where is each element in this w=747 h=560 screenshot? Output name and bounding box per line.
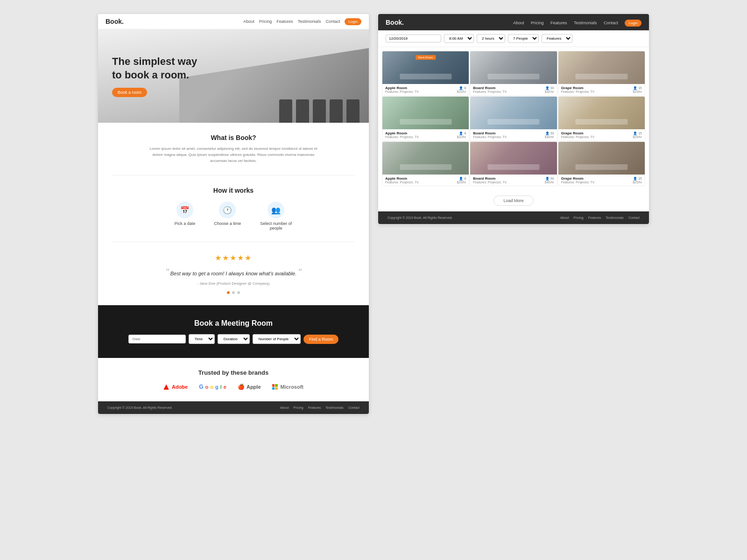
room-card-4[interactable]: Apple Room👤 8Features: Projector, TV$20/… [382,96,469,141]
step-3-label: Select number of people [260,221,292,231]
footer-about[interactable]: About [280,406,289,409]
time-filter[interactable]: 8:00 AM [444,34,474,43]
right-footer-pricing[interactable]: Pricing [573,216,583,219]
brand-microsoft: Microsoft [272,384,304,390]
room-card-7[interactable]: Apple Room👤 8Features: Projector, TV$25/… [382,141,469,186]
room-card-3[interactable]: Grape Room👤 15Features: Projector, TV$25… [558,51,645,96]
dot-3[interactable] [237,291,240,294]
chair-4 [330,99,343,123]
room-features-2: Features: Projector, TV [473,90,507,93]
filters-bar: 8:00 AM 2 hours 7 People Features [378,30,649,47]
room-capacity-4: 👤 8 [459,132,466,135]
load-more-button[interactable]: Load More [493,196,533,206]
right-nav-pricing[interactable]: Pricing [531,21,544,25]
brand-apple: 🍎 Apple [238,384,261,390]
room-name-1: Apple Room [385,86,407,90]
left-nav: Book. About Pricing Features Testimonial… [98,14,369,29]
cta-date-input[interactable] [128,335,186,343]
footer-contact[interactable]: Contact [348,406,359,409]
room-name-4: Apple Room [385,131,407,135]
room-capacity-3: 👤 15 [633,86,642,90]
open-quote: " [166,267,169,277]
google-icon: G [199,384,203,390]
nav-login-button[interactable]: Login [345,18,361,25]
room-capacity-8: 👤 30 [545,177,554,181]
room-grid: Book RoomApple Room👤 8Features: Projecto… [378,47,649,190]
room-capacity-6: 👤 15 [633,132,642,135]
room-price-1: $20/hr [457,90,466,93]
room-capacity-9: 👤 15 [633,177,642,181]
right-footer-about[interactable]: About [560,216,569,219]
room-card-2[interactable]: Board Room👤 30Features: Projector, TV$40… [470,51,557,96]
right-nav-features[interactable]: Features [550,21,567,25]
find-room-button[interactable]: Find a Room [303,335,339,344]
hero-chairs [279,99,359,123]
room-price-9: $25/hr [633,181,642,184]
room-name-7: Apple Room [385,176,407,181]
right-footer-testimonials[interactable]: Testimonials [606,216,624,219]
right-login-button[interactable]: Login [625,20,641,27]
room-features-7: Features: Projector, TV [385,181,419,184]
room-card-6[interactable]: Grape Room👤 15Features: Projector, TV$25… [558,96,645,141]
room-card-9[interactable]: Grape Room👤 15Features: Projector, TV$25… [558,141,645,186]
footer-pricing[interactable]: Pricing [293,406,303,409]
room-capacity-5: 👤 30 [545,132,554,135]
quote-text: " Best way to get a room! I always know … [112,267,355,278]
dot-1[interactable] [227,291,230,294]
nav-features[interactable]: Features [276,19,293,24]
right-nav-testimonials[interactable]: Testimonials [574,21,597,25]
duration-filter[interactable]: 2 hours [477,34,505,43]
brand-adobe: Adobe [163,384,188,390]
step-2: 🕐 Choose a time [214,202,241,231]
right-logo: Book. [386,19,404,26]
right-nav-contact[interactable]: Contact [604,21,618,25]
step-1-label: Pick a date [175,221,196,226]
room-price-5: $40/hr [545,135,554,139]
cta-time-select[interactable]: Time [189,334,215,344]
book-room-badge[interactable]: Book Room [416,55,436,60]
brands-title: Trusted by these brands [112,369,355,376]
nav-contact[interactable]: Contact [325,19,340,24]
right-footer-features[interactable]: Features [588,216,601,219]
left-footer-links: About Pricing Features Testimonials Cont… [280,406,359,409]
cta-people-select[interactable]: Number of People [253,334,301,344]
room-card-5[interactable]: Board Room👤 30Features: Projector, TV$40… [470,96,557,141]
room-price-4: $20/hr [457,135,466,139]
adobe-icon [163,384,169,390]
apple-icon: 🍎 [238,384,245,390]
dot-2[interactable] [232,291,235,294]
footer-features[interactable]: Features [308,406,321,409]
hero-cta-button[interactable]: Book a room [112,88,147,97]
cta-title: Book a Meeting Room [112,319,355,328]
hero-title: The simplest way to book a room. [112,55,197,82]
room-card-1[interactable]: Book RoomApple Room👤 8Features: Projecto… [382,51,469,96]
right-nav-about[interactable]: About [513,21,524,25]
room-capacity-2: 👤 30 [545,86,554,90]
right-footer-contact[interactable]: Contact [628,216,640,219]
room-name-8: Board Room [473,176,495,181]
brands-row: Adobe G o o g l e 🍎 Apple Microsoft [112,384,355,390]
people-filter[interactable]: 7 People [508,34,539,43]
room-card-8[interactable]: Board Room👤 30Features: Projector, TV$40… [470,141,557,186]
footer-testimonials[interactable]: Testimonials [325,406,344,409]
room-name-9: Grape Room [561,176,584,181]
nav-testimonials[interactable]: Testimonials [298,19,321,24]
room-capacity-1: 👤 8 [459,86,466,90]
date-filter[interactable] [386,35,441,42]
room-features-4: Features: Projector, TV [385,135,419,139]
room-name-3: Grape Room [561,86,584,90]
left-panel: Book. About Pricing Features Testimonial… [98,14,369,414]
room-name-6: Grape Room [561,131,584,135]
nav-pricing[interactable]: Pricing [259,19,272,24]
features-filter[interactable]: Features [542,34,572,43]
room-price-3: $25/hr [633,90,642,93]
how-it-works-title: How it works [112,187,355,194]
nav-about[interactable]: About [243,19,254,24]
left-footer: Copyright © 2019 Book. All Rights Reserv… [98,401,369,414]
cta-duration-select[interactable]: Duration [218,334,250,344]
right-nav: Book. About Pricing Features Testimonial… [378,14,649,30]
step-2-label: Choose a time [214,221,241,226]
right-panel: Book. About Pricing Features Testimonial… [378,14,649,224]
step-3: 👥 Select number of people [260,202,292,231]
clock-icon: 🕐 [219,202,236,218]
